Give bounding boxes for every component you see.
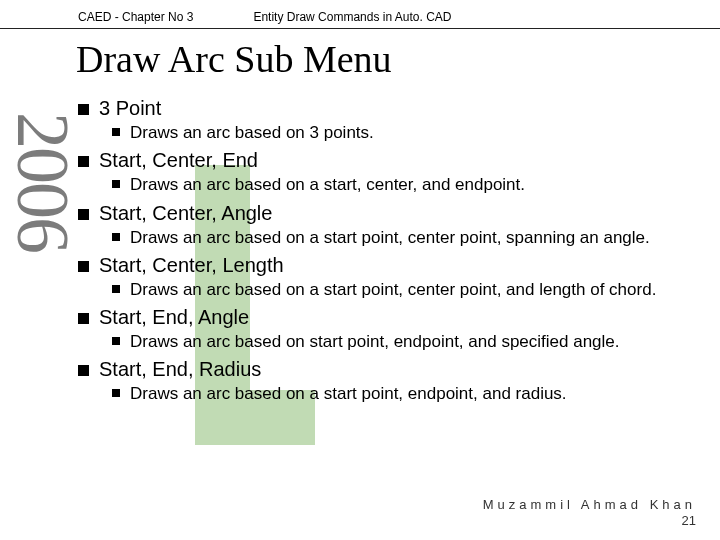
square-bullet-icon xyxy=(112,128,120,136)
square-bullet-icon xyxy=(78,365,89,376)
bullet-list: 3 Point Draws an arc based on 3 points. … xyxy=(0,97,720,405)
list-item: Start, Center, End xyxy=(78,149,700,172)
list-item: Start, End, Angle xyxy=(78,306,700,329)
square-bullet-icon xyxy=(112,389,120,397)
item-desc: Draws an arc based on 3 points. xyxy=(130,122,374,143)
list-subitem: Draws an arc based on a start point, cen… xyxy=(112,279,700,300)
square-bullet-icon xyxy=(78,104,89,115)
item-label: Start, Center, End xyxy=(99,149,258,172)
list-item: 3 Point xyxy=(78,97,700,120)
square-bullet-icon xyxy=(78,156,89,167)
list-subitem: Draws an arc based on a start point, cen… xyxy=(112,227,700,248)
item-label: Start, End, Angle xyxy=(99,306,249,329)
list-subitem: Draws an arc based on a start point, end… xyxy=(112,383,700,404)
list-item: Start, Center, Length xyxy=(78,254,700,277)
square-bullet-icon xyxy=(78,209,89,220)
header-left: CAED - Chapter No 3 xyxy=(78,10,193,24)
slide-title: Draw Arc Sub Menu xyxy=(0,29,720,91)
square-bullet-icon xyxy=(78,313,89,324)
list-subitem: Draws an arc based on 3 points. xyxy=(112,122,700,143)
header-right: Entity Draw Commands in Auto. CAD xyxy=(253,10,451,24)
square-bullet-icon xyxy=(112,285,120,293)
item-desc: Draws an arc based on a start point, end… xyxy=(130,383,567,404)
square-bullet-icon xyxy=(112,233,120,241)
item-label: Start, End, Radius xyxy=(99,358,261,381)
item-label: Start, Center, Angle xyxy=(99,202,272,225)
item-desc: Draws an arc based on a start point, cen… xyxy=(130,279,656,300)
list-item: Start, End, Radius xyxy=(78,358,700,381)
item-desc: Draws an arc based on a start point, cen… xyxy=(130,227,650,248)
footer-page: 21 xyxy=(682,513,696,528)
header-bar: CAED - Chapter No 3 Entity Draw Commands… xyxy=(0,0,720,29)
square-bullet-icon xyxy=(112,337,120,345)
item-label: Start, Center, Length xyxy=(99,254,284,277)
square-bullet-icon xyxy=(78,261,89,272)
item-desc: Draws an arc based on a start, center, a… xyxy=(130,174,525,195)
list-subitem: Draws an arc based on a start, center, a… xyxy=(112,174,700,195)
list-item: Start, Center, Angle xyxy=(78,202,700,225)
list-subitem: Draws an arc based on start point, endpo… xyxy=(112,331,700,352)
item-label: 3 Point xyxy=(99,97,161,120)
square-bullet-icon xyxy=(112,180,120,188)
item-desc: Draws an arc based on start point, endpo… xyxy=(130,331,620,352)
footer-author: Muzammil Ahmad Khan xyxy=(483,497,696,512)
